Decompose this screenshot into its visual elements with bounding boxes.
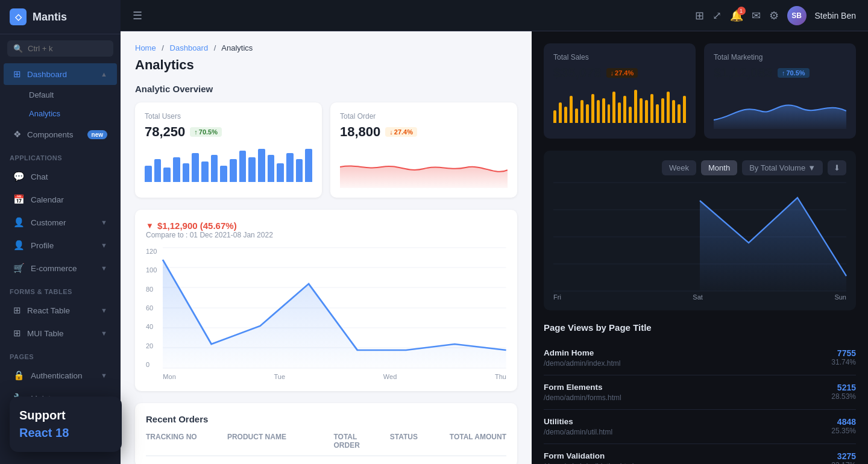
pv-admin-home-count: 7755	[831, 348, 856, 358]
orders-table-header: TRACKING NO PRODUCT NAME TOTAL ORDER STA…	[146, 433, 506, 456]
chevron-down-icon-3: ▼	[101, 265, 107, 272]
bar-segment	[305, 149, 312, 182]
sidebar-item-chat[interactable]: 💬 Chat	[4, 166, 117, 187]
recent-orders-title: Recent Orders	[146, 414, 506, 424]
analytic-overview-title: Analytic Overview	[135, 84, 517, 94]
sidebar-item-analytics[interactable]: Analytics	[4, 105, 117, 122]
notification-badge: 1	[737, 7, 746, 15]
pv-form-elements-count: 5215	[831, 383, 856, 392]
bar-segment-yellow	[564, 107, 567, 124]
menu-toggle-icon[interactable]: ☰	[133, 9, 142, 22]
page-title: Analytics	[135, 57, 517, 73]
pv-utilities-count: 4848	[831, 417, 856, 427]
sidebar-item-dashboard[interactable]: ⊞ Dashboard ▲	[4, 63, 117, 85]
grid-icon[interactable]: ⊞	[695, 9, 704, 22]
bar-segment	[154, 159, 162, 182]
btn-week[interactable]: Week	[662, 160, 696, 175]
stat-card-total-order: Total Order 18,800 ↓ 27.4%	[330, 102, 517, 198]
analytics-label: Analytics	[29, 109, 60, 118]
total-sales-value: $35,078 ↓ 27.4%	[553, 65, 686, 81]
y-label-40: 40	[146, 323, 157, 330]
topbar-left: ☰	[133, 9, 142, 22]
breadcrumb-dashboard[interactable]: Dashboard	[170, 43, 209, 52]
bar-segment-yellow	[597, 100, 600, 123]
stat-cards-row: Total Users 78,250 ↑ 70.5% Total Order	[135, 102, 517, 198]
sidebar-item-react-table[interactable]: ⊞ React Table ▼	[4, 299, 117, 321]
breadcrumb: Home / Dashboard / Analytics	[135, 43, 517, 52]
x-label-sat: Sat	[693, 293, 703, 301]
bar-segment-yellow	[591, 94, 594, 123]
left-panel: Home / Dashboard / Analytics Analytics A…	[121, 31, 532, 464]
chat-icon: 💬	[13, 171, 25, 182]
mui-table-label: MUI Table	[27, 329, 64, 338]
pv-item-form-validation: Form Validation /demo/admin/validation.h…	[544, 444, 856, 464]
sidebar-item-default[interactable]: Default	[4, 86, 117, 104]
x-label-fri: Fri	[553, 293, 561, 301]
bar-segment-yellow	[634, 90, 637, 123]
pv-form-elements-percent: 28.53%	[831, 392, 856, 401]
bar-segment	[286, 153, 294, 182]
sidebar-item-calendar[interactable]: 📅 Calendar	[4, 189, 117, 210]
bar-segment-yellow	[575, 108, 578, 123]
y-label-80: 80	[146, 286, 157, 293]
total-sales-label: Total Sales	[553, 53, 686, 61]
total-marketing-badge: ↑ 70.5%	[778, 68, 810, 78]
support-title: Support	[19, 409, 112, 422]
col-header-amount: TOTAL AMOUNT	[446, 433, 506, 450]
y-label-100: 100	[146, 266, 157, 274]
chart-controls: Week Month By Total Volume ▼ ⬇	[553, 160, 846, 175]
sidebar-item-ecommerce[interactable]: 🛒 E-commerce ▼	[4, 257, 117, 279]
avatar[interactable]: SB	[787, 6, 807, 25]
dashboard-icon: ⊞	[13, 69, 21, 80]
col-header-status: STATUS	[390, 433, 440, 450]
bar-segment	[239, 151, 247, 182]
sidebar-item-profile[interactable]: 👤 Profile ▼	[4, 234, 117, 256]
ecommerce-label: E-commerce	[31, 264, 77, 273]
pv-item-utilities: Utilities /demo/admin/util.html 4848 25.…	[544, 410, 856, 444]
applications-section: Applications	[0, 146, 121, 165]
bar-segment-yellow	[570, 96, 573, 123]
main-content: ☰ ⊞ ⤢ 🔔 1 ✉ ⚙ SB Stebin Ben Home / Dashb…	[121, 0, 868, 464]
total-order-label: Total Order	[340, 112, 508, 121]
topbar: ☰ ⊞ ⤢ 🔔 1 ✉ ⚙ SB Stebin Ben	[121, 0, 868, 31]
sidebar-item-customer[interactable]: 👤 Customer ▼	[4, 212, 117, 233]
arrow-up-icon: ↑	[194, 128, 198, 136]
calendar-label: Calendar	[31, 195, 64, 204]
breadcrumb-home[interactable]: Home	[135, 43, 156, 52]
x-label-sun: Sun	[834, 293, 846, 301]
support-popup[interactable]: Support React 18	[10, 397, 122, 452]
breadcrumb-current: Analytics	[221, 43, 253, 52]
btn-volume[interactable]: By Total Volume ▼	[742, 160, 823, 175]
btn-download[interactable]: ⬇	[828, 160, 846, 175]
support-subtitle: React 18	[19, 426, 112, 440]
y-label-60: 60	[146, 304, 157, 312]
income-value: ▼ $1,12,900 (45.67%)	[146, 221, 273, 231]
settings-icon[interactable]: ⚙	[769, 9, 779, 22]
content-area: Home / Dashboard / Analytics Analytics A…	[121, 31, 868, 464]
arrow-down-icon: ↓	[389, 128, 393, 136]
sidebar-item-authentication[interactable]: 🔒 Authentication ▼	[4, 365, 117, 386]
notification-wrap[interactable]: 🔔 1	[730, 9, 743, 22]
bar-segment	[173, 157, 180, 182]
btn-month[interactable]: Month	[701, 160, 737, 175]
pv-item-form-elements: Form Elements /demo/admin/forms.html 521…	[544, 375, 856, 410]
recent-orders-section: Recent Orders TRACKING NO PRODUCT NAME T…	[135, 403, 517, 464]
col-header-tracking: TRACKING NO	[146, 433, 221, 450]
bar-segment	[268, 155, 275, 182]
sidebar-search[interactable]: 🔍	[7, 40, 113, 57]
pv-admin-home-url: /demo/admin/index.html	[544, 359, 620, 368]
sidebar-item-mui-table[interactable]: ⊞ MUI Table ▼	[4, 322, 117, 344]
x-label-wed: Wed	[383, 373, 397, 380]
bar-segment	[163, 168, 171, 182]
fullscreen-icon[interactable]: ⤢	[712, 9, 722, 22]
sidebar-item-components[interactable]: ❖ Components new	[4, 124, 117, 145]
chevron-up-icon: ▲	[101, 71, 107, 78]
mail-icon[interactable]: ✉	[752, 9, 761, 22]
app-name: Mantis	[33, 11, 67, 24]
sidebar-logo: ◇ Mantis	[0, 0, 121, 34]
bar-segment	[201, 161, 209, 182]
search-input[interactable]	[28, 44, 107, 53]
stat-card-total-users: Total Users 78,250 ↑ 70.5%	[135, 102, 322, 198]
sidebar-label-dashboard: Dashboard	[27, 70, 67, 79]
col-header-order: TOTAL ORDER	[333, 433, 383, 450]
